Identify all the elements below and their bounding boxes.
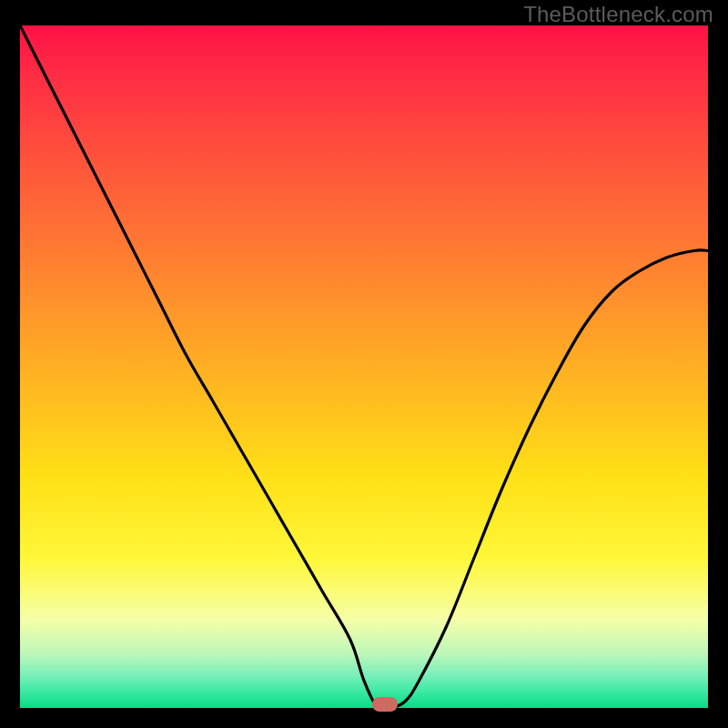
minimum-marker — [372, 697, 398, 712]
plot-area — [20, 25, 708, 708]
bottleneck-curve — [20, 25, 708, 708]
watermark-label: TheBottleneck.com — [523, 2, 713, 27]
chart-frame: TheBottleneck.com — [0, 0, 728, 728]
